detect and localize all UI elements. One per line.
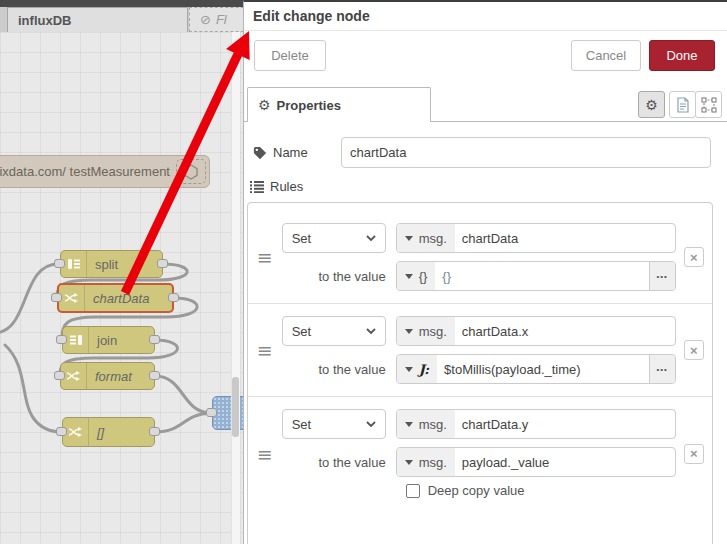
influxdb-logo-icon [176, 159, 206, 184]
rule-value-input[interactable]: msg. payload._value [396, 447, 676, 477]
port-in[interactable] [206, 408, 217, 417]
node-influxdb-out[interactable]: ixdata.com/ testMeasurement [0, 155, 210, 188]
expand-editor-button[interactable]: ••• [649, 262, 675, 290]
rule-action-select[interactable]: Set [282, 409, 386, 439]
rule-value-input[interactable]: J: $toMillis(payload._time) ••• [396, 354, 676, 384]
node-label: [] [89, 418, 154, 446]
node-join[interactable]: join [62, 326, 155, 354]
panel-title: Edit change node [244, 2, 727, 31]
rule-action-label: Set [292, 324, 312, 339]
deep-copy-label: Deep copy value [428, 483, 525, 498]
port-in[interactable] [51, 293, 62, 302]
delete-rule-button[interactable]: × [684, 247, 704, 267]
port-in[interactable] [54, 371, 65, 380]
node-label: chartData [85, 285, 172, 311]
to-value-label: to the value [282, 455, 386, 470]
disabled-flow-icon: ⊘ [200, 12, 211, 27]
rule-action-select[interactable]: Set [282, 223, 386, 253]
node-brackets[interactable]: [] [62, 417, 155, 447]
caret-down-icon [405, 236, 413, 241]
gear-icon: ⚙ [645, 97, 658, 113]
properties-view-button[interactable]: ⚙ [638, 91, 665, 118]
caret-down-icon [405, 367, 413, 372]
chevron-down-icon [366, 328, 376, 334]
drag-handle-icon[interactable]: ≡ [248, 246, 282, 268]
drag-handle-icon[interactable]: ≡ [248, 339, 282, 361]
cancel-button[interactable]: Cancel [571, 40, 641, 71]
chevron-down-icon [366, 235, 376, 241]
node-label: format [87, 363, 154, 389]
document-icon [676, 97, 690, 113]
node-label: ixdata.com/ testMeasurement [0, 164, 176, 179]
property-type-label: msg. [419, 324, 447, 339]
port-in[interactable] [56, 335, 67, 344]
flow-tab-label: Fl [216, 12, 227, 27]
node-split[interactable]: split [60, 250, 163, 278]
workspace-scrollbar-track[interactable] [231, 32, 240, 544]
to-value-label: to the value [282, 269, 386, 284]
caret-down-icon [405, 460, 413, 465]
delete-rule-button[interactable]: × [684, 444, 704, 464]
port-out[interactable] [149, 427, 160, 436]
change-icon [59, 285, 85, 311]
rule-action-label: Set [292, 417, 312, 432]
rule-action-select[interactable]: Set [282, 316, 386, 346]
value-type-label: msg. [419, 455, 447, 470]
node-label: split [87, 251, 162, 277]
deep-copy-row: Deep copy value [406, 483, 676, 498]
caret-down-icon [405, 329, 413, 334]
flow-tab-disabled[interactable]: ⊘ Fl [189, 7, 249, 32]
tab-properties[interactable]: ⚙ Properties [247, 87, 431, 122]
deep-copy-checkbox[interactable] [406, 484, 420, 498]
rule-property-input[interactable]: msg. chartData [396, 223, 676, 253]
value-text: {} [435, 262, 648, 290]
flow-tab-bar: influxDB ⊘ Fl [0, 7, 243, 32]
rules-label: Rules [250, 179, 303, 194]
rule-row: ≡ Set msg. chartData [248, 211, 712, 304]
port-in[interactable] [56, 427, 67, 436]
rule-property-input[interactable]: msg. chartData.y [396, 409, 676, 439]
value-text: payload._value [455, 448, 675, 476]
rule-value-input[interactable]: {} {} ••• [396, 261, 676, 291]
jsonata-type-label: J: [419, 362, 429, 377]
tag-icon [253, 146, 267, 160]
value-type-label: {} [419, 269, 428, 284]
appearance-view-button[interactable] [695, 91, 722, 118]
flow-tab-label: influxDB [18, 13, 71, 28]
rule-row: ≡ Set msg. chartData.x [248, 304, 712, 397]
name-input[interactable] [341, 137, 711, 168]
delete-button[interactable]: Delete [254, 40, 326, 71]
caret-down-icon [405, 274, 413, 279]
port-out[interactable] [168, 293, 179, 302]
port-out[interactable] [149, 371, 160, 380]
done-button[interactable]: Done [649, 40, 715, 71]
port-in[interactable] [54, 259, 65, 268]
node-label: join [89, 327, 154, 353]
to-value-label: to the value [282, 362, 386, 377]
description-view-button[interactable] [669, 91, 696, 118]
workspace-scrollbar-thumb[interactable] [232, 377, 239, 437]
caret-down-icon [405, 422, 413, 427]
list-icon [250, 181, 264, 193]
gear-icon: ⚙ [258, 97, 271, 113]
tab-label: Properties [277, 98, 341, 113]
port-out[interactable] [157, 259, 168, 268]
rule-action-label: Set [292, 231, 312, 246]
rule-property-input[interactable]: msg. chartData.x [396, 316, 676, 346]
property-value: chartData [455, 224, 675, 252]
node-red-editor: influxDB ⊘ Fl ixdata.com/ testMeasuremen… [0, 0, 727, 544]
port-out[interactable] [149, 335, 160, 344]
name-label: Name [253, 145, 341, 160]
drag-handle-icon[interactable]: ≡ [248, 443, 282, 465]
node-format[interactable]: format [60, 362, 155, 390]
node-chartdata[interactable]: chartData [57, 283, 174, 313]
value-text: $toMillis(payload._time) [437, 355, 649, 383]
name-field-row: Name [253, 137, 711, 168]
flow-tab-influxdb[interactable]: influxDB [7, 7, 188, 32]
property-value: chartData.x [455, 317, 675, 345]
expand-editor-button[interactable]: ••• [649, 355, 675, 383]
rules-list: ≡ Set msg. chartData [247, 202, 713, 544]
property-type-label: msg. [419, 231, 447, 246]
delete-rule-button[interactable]: × [684, 340, 704, 360]
property-type-label: msg. [419, 417, 447, 432]
